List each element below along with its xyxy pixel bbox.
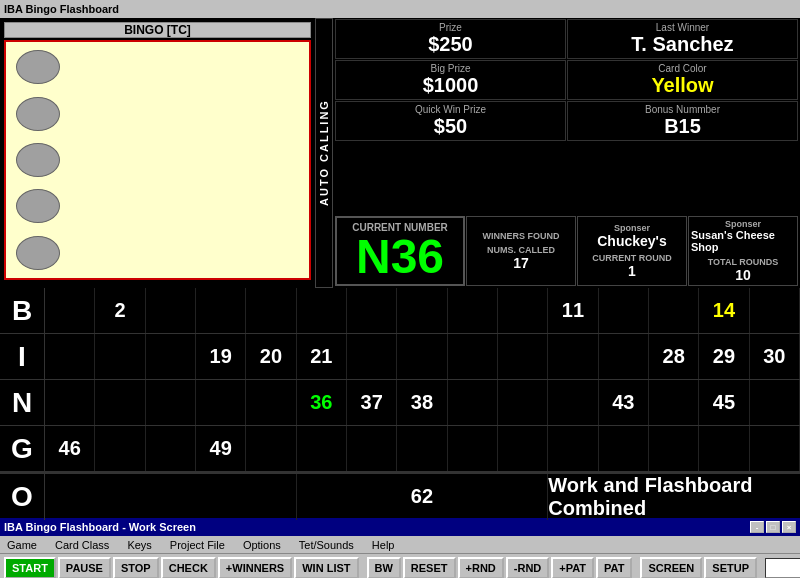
menu-keys[interactable]: Keys (124, 539, 154, 551)
bingo-cell (9, 91, 67, 135)
num-cell (95, 426, 145, 471)
prize-label: Prize (439, 22, 462, 33)
bingo-cell (9, 138, 67, 182)
last-winner-cell: Last Winner T. Sanchez (567, 19, 798, 59)
num-cell (146, 334, 196, 379)
bingo-cell (248, 45, 306, 89)
num-cell (146, 426, 196, 471)
num-cell (347, 426, 397, 471)
win-list-button[interactable]: WIN LIST (294, 557, 358, 579)
num-cell (45, 380, 95, 425)
minimize-button[interactable]: - (750, 521, 764, 533)
message-text: Work and Flashboard Combined (548, 474, 800, 520)
num-cell (548, 334, 598, 379)
big-prize-row: Big Prize $1000 Card Color Yellow (335, 60, 798, 100)
num-cell: 49 (196, 426, 246, 471)
bingo-cell (129, 45, 187, 89)
num-cell: 19 (196, 334, 246, 379)
bingo-cell (188, 184, 246, 228)
num-cell (95, 380, 145, 425)
row-I: I 19 20 21 28 29 30 (0, 334, 800, 380)
bingo-cell (69, 184, 127, 228)
menu-project-file[interactable]: Project File (167, 539, 228, 551)
prize-value: $250 (428, 33, 473, 56)
bingo-cell (69, 91, 127, 135)
num-cell (397, 288, 447, 333)
num-cell (599, 288, 649, 333)
bingo-cell (9, 184, 67, 228)
num-cell (45, 334, 95, 379)
menu-game[interactable]: Game (4, 539, 40, 551)
menu-help[interactable]: Help (369, 539, 398, 551)
letter-I: I (0, 334, 45, 379)
num-cell: 11 (548, 288, 598, 333)
menu-tet-sounds[interactable]: Tet/Sounds (296, 539, 357, 551)
num-cell (699, 426, 749, 471)
start-button[interactable]: START (4, 557, 56, 579)
auto-calling-label: AUTO CALLING (315, 18, 333, 288)
num-cell: 38 (397, 380, 447, 425)
prize-cell: Prize $250 (335, 19, 566, 59)
num-cell (448, 426, 498, 471)
screen-button[interactable]: SCREEN (640, 557, 702, 579)
sponsor2-label: Sponser (725, 219, 761, 229)
plus-rnd-button[interactable]: +RND (458, 557, 504, 579)
bingo-cell (248, 184, 306, 228)
num-cell: 45 (699, 380, 749, 425)
close-button[interactable]: × (782, 521, 796, 533)
letter-O: O (0, 474, 45, 520)
big-prize-label: Big Prize (430, 63, 470, 74)
plus-pat-button[interactable]: +PAT (551, 557, 594, 579)
num-cell: 43 (599, 380, 649, 425)
num-cell (599, 334, 649, 379)
title-bar: IBA Bingo Flashboard (0, 0, 800, 18)
num-cell: 28 (649, 334, 699, 379)
winners-button[interactable]: +WINNERS (218, 557, 292, 579)
num-cell (95, 334, 145, 379)
bingo-cell (188, 231, 246, 275)
minus-rnd-button[interactable]: -RND (506, 557, 550, 579)
card-color-cell: Card Color Yellow (567, 60, 798, 100)
num-cell (498, 288, 548, 333)
menu-bar: Game Card Class Keys Project File Option… (0, 536, 800, 554)
num-cell (246, 380, 296, 425)
num-cell (448, 334, 498, 379)
num-cell (750, 426, 800, 471)
bw-button[interactable]: BW (367, 557, 401, 579)
current-number-value: N36 (356, 233, 444, 281)
num-cell (498, 380, 548, 425)
menu-options[interactable]: Options (240, 539, 284, 551)
bonus-number-cell: Bonus Nummber B15 (567, 101, 798, 141)
stop-button[interactable]: STOP (113, 557, 159, 579)
number-board: B 2 11 14 I 19 20 21 28 29 30 N (0, 288, 800, 518)
last-winner-value: T. Sanchez (631, 33, 733, 56)
reset-button[interactable]: RESET (403, 557, 456, 579)
num-cell (297, 288, 347, 333)
toolbar-input[interactable] (765, 558, 800, 578)
work-title-bar: IBA Bingo Flashboard - Work Screen - □ × (0, 518, 800, 536)
num-cell: 21 (297, 334, 347, 379)
pat-button[interactable]: PAT (596, 557, 632, 579)
num-cell: 14 (699, 288, 749, 333)
title-bar-label: IBA Bingo Flashboard (4, 3, 119, 15)
winners-cell: WINNERS FOUND NUMS. CALLED 17 (466, 216, 576, 286)
bingo-cell (248, 231, 306, 275)
bingo-cell (9, 45, 67, 89)
nums-called-value: 17 (513, 255, 529, 271)
last-winner-label: Last Winner (656, 22, 709, 33)
quick-win-value: $50 (434, 115, 467, 138)
big-prize-value: $1000 (423, 74, 479, 97)
quick-win-cell: Quick Win Prize $50 (335, 101, 566, 141)
maximize-button[interactable]: □ (766, 521, 780, 533)
num-cell (297, 426, 347, 471)
setup-button[interactable]: SETUP (704, 557, 757, 579)
num-cell (498, 334, 548, 379)
check-button[interactable]: CHECK (161, 557, 216, 579)
prize-row: Prize $250 Last Winner T. Sanchez (335, 19, 798, 59)
num-cell (649, 380, 699, 425)
menu-card-class[interactable]: Card Class (52, 539, 112, 551)
bottom-row: CURRENT NUMBER N36 WINNERS FOUND NUMS. C… (333, 215, 800, 288)
letter-N: N (0, 380, 45, 425)
bingo-card-title: BINGO [TC] (4, 22, 311, 38)
pause-button[interactable]: PAUSE (58, 557, 111, 579)
